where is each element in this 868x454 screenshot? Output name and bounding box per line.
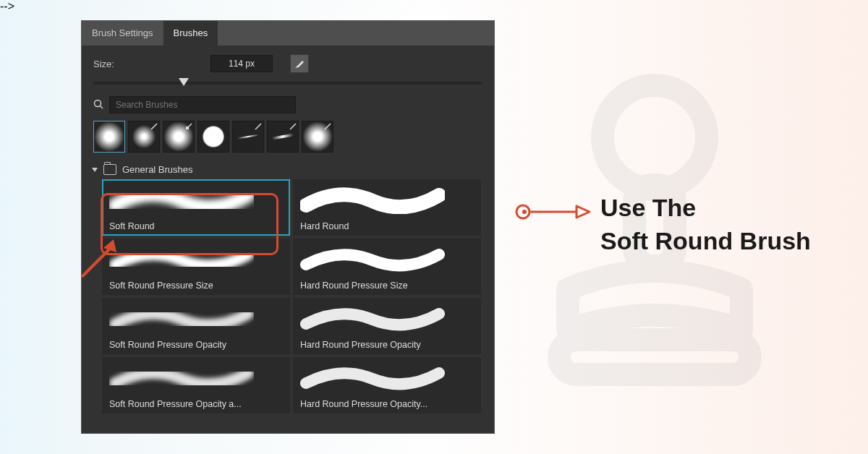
callout-arrow-icon <box>514 201 594 223</box>
brush-label: Hard Round <box>300 221 474 231</box>
brush-grid: Soft Round Hard Round Soft Round Pressur… <box>82 179 494 421</box>
search-icon <box>93 99 103 111</box>
brush-soft-round-pressure-opacity[interactable]: Soft Round Pressure Opacity <box>102 298 290 354</box>
size-input[interactable]: 114 px <box>210 55 273 72</box>
pen-icon <box>294 58 305 69</box>
recent-brush-2[interactable] <box>128 121 160 153</box>
size-label: Size: <box>93 59 129 69</box>
brush-stroke-preview <box>300 244 445 273</box>
brush-hard-round[interactable]: Hard Round <box>293 179 481 236</box>
brush-stroke-preview <box>109 363 254 392</box>
size-row: Size: 114 px <box>82 46 494 76</box>
recent-brush-4[interactable] <box>197 121 229 153</box>
folder-general-brushes[interactable]: General Brushes <box>82 160 494 179</box>
headline: Use The Soft Round Brush <box>600 192 811 258</box>
folder-icon <box>103 164 116 175</box>
tab-brush-settings[interactable]: Brush Settings <box>82 21 163 46</box>
tab-brushes[interactable]: Brushes <box>163 21 218 46</box>
brush-label: Soft Round Pressure Opacity a... <box>109 399 283 409</box>
chevron-down-icon <box>92 168 98 172</box>
recent-brush-3[interactable] <box>163 121 195 153</box>
brush-label: Soft Round Pressure Opacity <box>109 340 283 350</box>
pressure-badge-icon <box>289 123 297 130</box>
tutorial-slide: --> Use The Soft Round Brush Brush Setti… <box>0 0 868 454</box>
size-slider[interactable] <box>93 82 482 85</box>
brush-label: Hard Round Pressure Opacity... <box>300 399 474 409</box>
brush-label: Hard Round Pressure Size <box>300 280 474 291</box>
pressure-badge-icon <box>255 123 262 130</box>
recent-brush-7[interactable] <box>302 121 333 153</box>
recent-brush-6[interactable] <box>267 121 299 153</box>
pressure-badge-icon <box>150 123 158 130</box>
brush-soft-round-pressure-opacity-and[interactable]: Soft Round Pressure Opacity a... <box>102 357 290 414</box>
brush-stroke-preview <box>300 304 445 333</box>
brush-soft-round[interactable]: Soft Round <box>102 179 290 236</box>
slider-thumb-icon[interactable] <box>179 78 189 86</box>
brush-soft-round-pressure-size[interactable]: Soft Round Pressure Size <box>102 239 290 295</box>
search-input[interactable] <box>109 96 296 113</box>
headline-line1: Use The <box>600 192 811 225</box>
svg-line-7 <box>101 106 103 108</box>
pressure-badge-icon <box>324 123 331 130</box>
brushes-panel: Brush Settings Brushes Size: 114 px <box>81 20 495 434</box>
brush-stroke-preview <box>109 185 254 214</box>
recent-brush-5[interactable] <box>232 121 264 153</box>
headline-line2: Soft Round Brush <box>600 225 811 258</box>
brush-stroke-preview <box>109 244 254 273</box>
recent-brush-1[interactable] <box>93 121 125 153</box>
brush-label: Soft Round <box>109 221 283 231</box>
svg-rect-2 <box>559 340 750 374</box>
brush-stroke-preview <box>300 363 445 392</box>
brush-label: Hard Round Pressure Opacity <box>300 340 474 350</box>
panel-tabs: Brush Settings Brushes <box>82 21 494 46</box>
pressure-badge-icon <box>185 123 192 130</box>
recent-brushes <box>82 121 494 160</box>
search-row <box>82 93 494 121</box>
brush-hard-round-pressure-opacity[interactable]: Hard Round Pressure Opacity <box>293 298 481 354</box>
pen-pressure-toggle[interactable] <box>290 54 309 73</box>
svg-point-6 <box>95 100 101 106</box>
brush-hard-round-pressure-size[interactable]: Hard Round Pressure Size <box>293 239 481 295</box>
brush-label: Soft Round Pressure Size <box>109 280 283 291</box>
folder-label: General Brushes <box>122 164 193 175</box>
brush-stroke-preview <box>109 304 254 333</box>
brush-stroke-preview <box>300 185 445 214</box>
svg-point-4 <box>522 210 527 214</box>
brush-hard-round-pressure-opacity-and[interactable]: Hard Round Pressure Opacity... <box>293 357 481 414</box>
